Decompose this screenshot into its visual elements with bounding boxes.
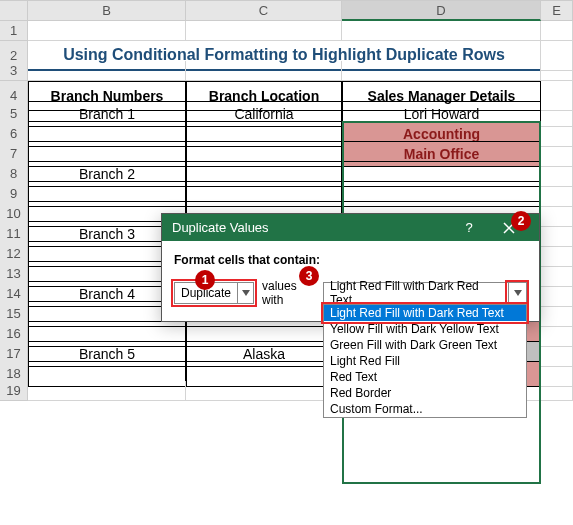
dropdown-option[interactable]: Yellow Fill with Dark Yellow Text xyxy=(324,321,526,337)
select-all-corner[interactable] xyxy=(0,1,28,21)
chevron-down-icon xyxy=(508,283,526,303)
dialog-title-text: Duplicate Values xyxy=(172,220,269,235)
cell-b1[interactable] xyxy=(28,21,186,41)
callout-marker-2: 2 xyxy=(511,211,531,231)
cell-d3[interactable] xyxy=(342,61,541,81)
dropdown-option[interactable]: Light Red Fill with Dark Red Text xyxy=(324,305,526,321)
callout-marker-3: 3 xyxy=(299,266,319,286)
dropdown-option[interactable]: Custom Format... xyxy=(324,401,526,417)
cell-c19[interactable] xyxy=(186,381,342,401)
format-style-dropdown: Light Red Fill with Dark Red Text Yellow… xyxy=(323,304,527,418)
chevron-down-icon xyxy=(237,283,253,303)
dialog-format-label: Format cells that contain: xyxy=(174,253,527,267)
cell-e19[interactable] xyxy=(541,381,573,401)
row-header-19[interactable]: 19 xyxy=(0,381,28,401)
dropdown-option[interactable]: Red Border xyxy=(324,385,526,401)
row-header-1[interactable]: 1 xyxy=(0,21,28,41)
dropdown-option[interactable]: Red Text xyxy=(324,369,526,385)
rule-type-combo[interactable]: Duplicate xyxy=(174,282,254,304)
col-header-b[interactable]: B xyxy=(28,1,186,21)
duplicate-values-dialog: Duplicate Values ? Format cells that con… xyxy=(161,213,540,322)
dialog-titlebar[interactable]: Duplicate Values ? xyxy=(162,214,539,241)
cell-c1[interactable] xyxy=(186,21,342,41)
col-header-c[interactable]: C xyxy=(186,1,342,21)
col-header-e[interactable]: E xyxy=(541,1,573,21)
cell-c3[interactable] xyxy=(186,61,342,81)
cell-e1[interactable] xyxy=(541,21,573,41)
dropdown-option[interactable]: Light Red Fill xyxy=(324,353,526,369)
col-header-d[interactable]: D xyxy=(342,1,541,21)
dropdown-option[interactable]: Green Fill with Dark Green Text xyxy=(324,337,526,353)
dialog-help-button[interactable]: ? xyxy=(449,215,489,241)
row-header-3[interactable]: 3 xyxy=(0,61,28,81)
format-style-combo[interactable]: Light Red Fill with Dark Red Text xyxy=(323,282,527,304)
callout-marker-1: 1 xyxy=(195,270,215,290)
cell-e3[interactable] xyxy=(541,61,573,81)
format-style-value: Light Red Fill with Dark Red Text xyxy=(324,279,508,307)
cell-b3[interactable] xyxy=(28,61,186,81)
cell-d1[interactable] xyxy=(342,21,541,41)
cell-b19[interactable] xyxy=(28,381,186,401)
